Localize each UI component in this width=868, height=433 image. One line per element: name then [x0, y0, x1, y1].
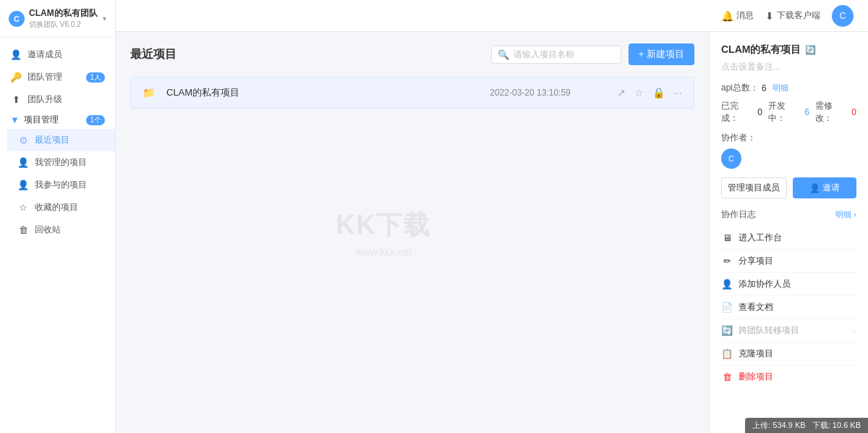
sidebar-item-label: 团队管理	[27, 71, 62, 83]
panel-title-text: CLAM的私有项目	[721, 43, 801, 56]
collab-log-header: 协作日志 明细 ›	[721, 209, 856, 221]
project-manage-badge: 1个	[86, 115, 105, 125]
clone-icon: 📋	[721, 348, 733, 359]
api-detail-link[interactable]: 明细	[773, 83, 788, 93]
key-icon: 🔑	[10, 72, 22, 83]
action-transfer-project[interactable]: 🔄 跨团队转移项目 ○	[721, 319, 856, 342]
sidebar-item-recent[interactable]: ⊙ 最近项目	[7, 129, 115, 151]
sidebar-item-trash[interactable]: 🗑 回收站	[7, 219, 115, 241]
project-list-title: 最近项目	[130, 47, 176, 62]
team-manage-badge: 1人	[86, 72, 105, 83]
lock-icon[interactable]: 🔒	[652, 87, 665, 98]
inprogress-value: 6	[804, 107, 809, 117]
watermark-text: KK下载	[336, 208, 431, 243]
search-icon: 🔍	[498, 49, 509, 60]
action-clone-project[interactable]: 📋 克隆项目	[721, 342, 856, 366]
team-version: 切换团队 V6.0.2	[29, 20, 98, 30]
member-action-row: 管理项目成员 👤 邀请	[721, 177, 856, 198]
main: 🔔 消息 ⬇ 下载客户端 C 最近项目 🔍 ✕	[116, 0, 868, 433]
share-icon: ✏	[721, 256, 733, 266]
table-row[interactable]: 📁 CLAM的私有项目 2022-03-20 13:10:59 ↗ ☆ 🔒 ··…	[130, 77, 694, 109]
right-panel-title: CLAM的私有项目 🔄	[721, 43, 856, 56]
invite-button[interactable]: 👤 邀请	[793, 177, 857, 198]
action-view-docs[interactable]: 📄 查看文档	[721, 296, 856, 319]
folder-icon: 📁	[142, 87, 155, 98]
download-stat: 下载: 10.6 KB	[812, 421, 861, 429]
project-list: 最近项目 🔍 ✕ + 新建项目 📁 CLAM的私有项目 2022-03-2	[116, 32, 709, 120]
sidebar-item-label: 回收站	[35, 224, 61, 236]
message-button[interactable]: 🔔 消息	[721, 9, 754, 22]
collaborator-avatar: C	[721, 148, 741, 169]
doc-icon: 📄	[721, 302, 733, 313]
collab-log-label: 协作日志	[721, 209, 756, 221]
bell-icon: 🔔	[721, 10, 733, 22]
transfer-icon: 🔄	[721, 325, 733, 336]
new-project-button[interactable]: + 新建项目	[629, 43, 694, 65]
trash-icon: 🗑	[17, 224, 29, 235]
topbar: 🔔 消息 ⬇ 下载客户端 C	[116, 0, 868, 32]
download-client-button[interactable]: ⬇ 下载客户端	[765, 9, 820, 22]
action-share-project[interactable]: ✏ 分享项目	[721, 250, 856, 273]
fix-label: 需修改：	[815, 100, 846, 125]
invite-label: 邀请	[822, 182, 840, 194]
sidebar-item-label: 我参与的项目	[35, 179, 87, 191]
search-box[interactable]: 🔍 ✕	[491, 46, 621, 64]
person-icon: 👤	[17, 180, 29, 190]
team-info: CLAM的私有团队 切换团队 V6.0.2	[29, 7, 98, 30]
action-enter-workspace[interactable]: 🖥 进入工作台	[721, 227, 856, 250]
sidebar-item-label: 收藏的项目	[35, 201, 78, 214]
sidebar-item-my-join[interactable]: 👤 我参与的项目	[7, 174, 115, 196]
upgrade-icon: ⬆	[10, 94, 22, 105]
refresh-icon[interactable]: 🔄	[805, 45, 816, 55]
project-item-actions: ↗ ☆ 🔒 ···	[617, 87, 682, 98]
recent-icon: ⊙	[17, 135, 29, 146]
sidebar-item-label: 邀请成员	[27, 49, 62, 61]
sidebar: C CLAM的私有团队 切换团队 V6.0.2 ▾ 👤 邀请成员 🔑 团队管理 …	[0, 0, 116, 433]
add-person-icon: 👤	[721, 279, 733, 290]
star-icon: ☆	[17, 202, 29, 213]
folder-icon: ▼	[10, 114, 20, 125]
watermark: KK下载 www.kkx.net	[336, 208, 431, 258]
stat-api-total: api总数： 6 明细	[721, 82, 856, 94]
sidebar-item-invite[interactable]: 👤 邀请成员	[0, 43, 115, 66]
manage-members-button[interactable]: 管理项目成员	[721, 177, 787, 198]
disabled-indicator: ○	[851, 326, 856, 336]
upload-stat: 上传: 534.9 KB	[752, 421, 805, 429]
action-delete-project[interactable]: 🗑 删除项目	[721, 366, 856, 388]
action-label: 跨团队转移项目	[739, 324, 799, 337]
sidebar-header[interactable]: C CLAM的私有团队 切换团队 V6.0.2 ▾	[0, 0, 115, 38]
sidebar-sub-nav: ⊙ 最近项目 👤 我管理的项目 👤 我参与的项目 ☆ 收藏的项目 🗑 回收站	[0, 129, 115, 241]
right-panel-desc[interactable]: 点击设置备注...	[721, 61, 856, 73]
message-label: 消息	[736, 9, 754, 22]
action-label: 查看文档	[739, 301, 773, 314]
external-link-icon[interactable]: ↗	[617, 87, 626, 98]
sidebar-item-label: 最近项目	[35, 134, 69, 146]
search-input[interactable]	[514, 49, 622, 59]
api-count-value: 6	[762, 83, 767, 93]
done-label: 已完成：	[721, 100, 752, 125]
collaborator-list: C	[721, 148, 856, 169]
collaborator-label: 协作者：	[721, 132, 856, 144]
sidebar-item-my-manage[interactable]: 👤 我管理的项目	[7, 151, 115, 174]
api-count-label: api总数：	[721, 82, 759, 94]
sidebar-item-team-upgrade[interactable]: ⬆ 团队升级	[0, 88, 115, 111]
sidebar-section-label: 项目管理	[24, 114, 59, 126]
action-label: 分享项目	[739, 255, 773, 267]
sidebar-item-label: 团队升级	[27, 93, 62, 106]
action-label: 克隆项目	[739, 348, 773, 360]
star-icon[interactable]: ☆	[634, 87, 644, 98]
sidebar-item-team-manage[interactable]: 🔑 团队管理 1人	[0, 66, 115, 88]
action-add-collaborator[interactable]: 👤 添加协作人员	[721, 273, 856, 296]
avatar[interactable]: C	[832, 5, 854, 27]
team-icon: C	[9, 11, 25, 27]
collab-log-link[interactable]: 明细 ›	[835, 209, 856, 220]
watermark-url: www.kkx.net	[336, 246, 431, 258]
sidebar-item-label: 我管理的项目	[35, 156, 87, 169]
project-list-header: 最近项目 🔍 ✕ + 新建项目	[130, 43, 694, 65]
person-icon: 👤	[17, 157, 29, 168]
monitor-icon: 🖥	[721, 232, 733, 243]
more-icon[interactable]: ···	[673, 87, 682, 98]
sidebar-section-project-manage[interactable]: ▼ 项目管理 1个	[0, 111, 115, 129]
download-icon: ⬇	[765, 10, 774, 22]
sidebar-item-starred[interactable]: ☆ 收藏的项目	[7, 196, 115, 219]
